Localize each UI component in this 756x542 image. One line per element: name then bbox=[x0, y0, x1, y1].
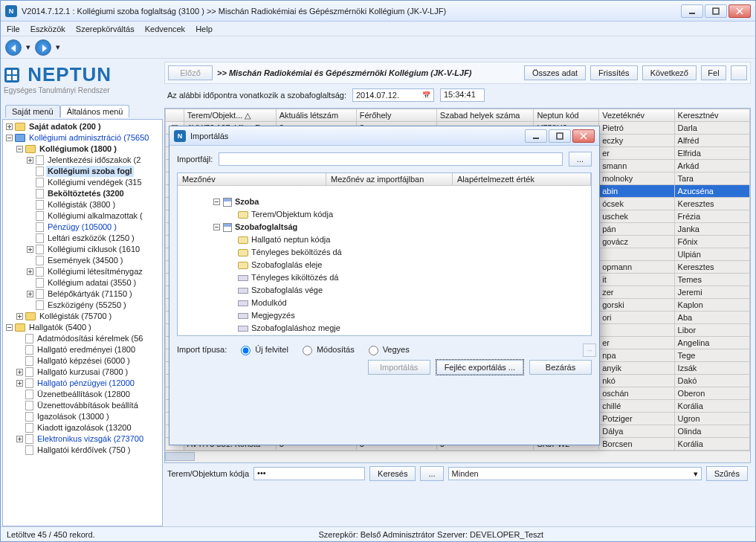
search-more-button[interactable]: ... bbox=[420, 466, 443, 481]
tree-item[interactable]: Hallgatók (5400 ) bbox=[4, 322, 161, 333]
tree-item[interactable]: Belépőkártyák (71150 ) bbox=[4, 288, 161, 300]
minimize-button[interactable] bbox=[681, 4, 703, 18]
tree-item[interactable]: Kollégiumi létesítménygaz bbox=[4, 266, 161, 277]
collapse-icon[interactable] bbox=[213, 199, 220, 205]
field-item[interactable]: Szobafoglaltság bbox=[210, 221, 588, 233]
horizontal-scrollbar[interactable] bbox=[165, 451, 750, 462]
tree-item[interactable]: Hallgatói kérdőívek (750 ) bbox=[4, 445, 161, 456]
import-button[interactable]: Importálás bbox=[368, 360, 430, 375]
nav-forward-dropdown[interactable]: ▾ bbox=[54, 39, 62, 56]
radio-modify[interactable]: Módosítás bbox=[299, 343, 355, 355]
collapse-icon[interactable] bbox=[6, 135, 13, 141]
tab-general-menu[interactable]: Általános menü bbox=[60, 105, 130, 117]
dialog-maximize-button[interactable] bbox=[549, 129, 571, 143]
dialog-minimize-button[interactable] bbox=[525, 129, 547, 143]
maximize-button[interactable] bbox=[705, 4, 727, 18]
tree-item[interactable]: Üzenettovábbítások beállítá bbox=[4, 400, 161, 411]
filter-button[interactable]: Szűrés bbox=[706, 466, 748, 481]
prev-button[interactable]: Előző bbox=[168, 65, 213, 80]
filter-combo[interactable]: Minden▾ bbox=[448, 467, 702, 480]
dialog-close-button[interactable] bbox=[572, 129, 595, 143]
tree-item[interactable]: Kollégium adatai (3550 ) bbox=[4, 277, 161, 288]
radio-mixed-input[interactable] bbox=[369, 346, 378, 355]
field-item[interactable]: Szobafoglalás vége bbox=[210, 284, 588, 297]
tree-item[interactable]: Kollégiumi ciklusok (1610 bbox=[4, 244, 161, 255]
tree-item[interactable]: Kollégiumi szoba fogl bbox=[4, 166, 161, 177]
next-button[interactable]: Következő bbox=[642, 65, 697, 80]
field-item[interactable]: Tényleges kiköltözés dá bbox=[210, 271, 588, 284]
search-button[interactable]: Keresés bbox=[369, 466, 416, 481]
expand-icon[interactable] bbox=[16, 436, 23, 442]
column-header[interactable]: Vezetéknév bbox=[599, 109, 674, 122]
tree-item[interactable]: Hallgató eredményei (1800 bbox=[4, 344, 161, 355]
field-item[interactable]: Modulkód bbox=[210, 297, 588, 309]
expand-icon[interactable] bbox=[27, 291, 33, 297]
dialog-close-text-button[interactable]: Bezárás bbox=[529, 360, 592, 375]
field-item[interactable]: Hallgató neptun kódja bbox=[210, 233, 588, 246]
expand-icon[interactable] bbox=[27, 246, 33, 253]
nav-tree[interactable]: Saját adatok (200 )Kollégiumi adminisztr… bbox=[2, 119, 163, 526]
field-item[interactable]: Szobafoglaláshoz megje bbox=[210, 322, 588, 333]
tree-item[interactable]: Hallgató pénzügyei (12000 bbox=[4, 378, 161, 389]
up-button[interactable]: Fel bbox=[701, 65, 726, 80]
tree-item[interactable]: Eszközigény (55250 ) bbox=[4, 300, 161, 311]
date-input[interactable]: 2014.07.12. 📅 bbox=[352, 88, 434, 102]
collapse-icon[interactable] bbox=[6, 324, 13, 331]
tree-item[interactable]: Adatmódosítási kérelmek (56 bbox=[4, 333, 161, 344]
tree-item[interactable]: Kollégisták (75700 ) bbox=[4, 311, 161, 322]
collapse-icon[interactable] bbox=[16, 146, 23, 152]
all-data-button[interactable]: Összes adat bbox=[524, 65, 586, 80]
expand-icon[interactable] bbox=[6, 123, 13, 130]
tree-item[interactable]: Kollégiumi vendégek (315 bbox=[4, 177, 161, 188]
side-arrow-button[interactable]: → bbox=[583, 343, 596, 357]
expand-icon[interactable] bbox=[16, 313, 23, 320]
tree-item[interactable]: Saját adatok (200 ) bbox=[4, 121, 161, 132]
radio-new-input[interactable] bbox=[241, 346, 251, 355]
expand-icon[interactable] bbox=[27, 157, 33, 164]
tree-item[interactable]: Kollégiumi alkalmazottak ( bbox=[4, 210, 161, 222]
importfile-input[interactable] bbox=[219, 152, 563, 166]
field-item[interactable]: Tényleges beköltözés dá bbox=[210, 246, 588, 259]
collapse-icon[interactable] bbox=[213, 224, 220, 230]
field-item[interactable]: Szoba bbox=[210, 196, 588, 208]
time-input[interactable]: 15:34:41 bbox=[440, 88, 485, 102]
column-header[interactable]: Keresztnév bbox=[674, 109, 749, 122]
menu-fav[interactable]: Kedvencek bbox=[145, 25, 185, 33]
tree-item[interactable]: Hallgató képzései (6000 ) bbox=[4, 355, 161, 367]
expand-icon[interactable] bbox=[16, 380, 23, 387]
tree-item[interactable]: Jelentkezési időszakok (2 bbox=[4, 155, 161, 166]
menu-tools[interactable]: Eszközök bbox=[30, 25, 65, 33]
tree-item[interactable]: Kollégiumi adminisztráció (75650 bbox=[4, 132, 161, 143]
column-header[interactable] bbox=[166, 109, 184, 122]
tree-item[interactable]: Pénzügy (105000 ) bbox=[4, 222, 161, 233]
header-export-button[interactable]: Fejléc exportálás ... bbox=[436, 360, 523, 375]
search-input[interactable]: ••• bbox=[253, 467, 365, 480]
column-header[interactable]: Terem/Objekt... △ bbox=[184, 109, 276, 122]
field-mapping-table[interactable]: Mezőnév Mezőnév az importfájlban Alapért… bbox=[177, 172, 592, 336]
tree-item[interactable]: Kollégisták (3800 ) bbox=[4, 199, 161, 210]
tab-own-menu[interactable]: Saját menü bbox=[5, 105, 60, 117]
tree-item[interactable]: Üzenetbeállítások (12800 bbox=[4, 389, 161, 400]
column-header[interactable]: Aktuális létszám bbox=[276, 109, 356, 122]
tree-item[interactable]: Beköltöztetés (3200 bbox=[4, 188, 161, 199]
radio-mixed[interactable]: Vegyes bbox=[365, 343, 410, 355]
tree-item[interactable]: Elektronikus vizsgák (273700 bbox=[4, 433, 161, 445]
pin-button[interactable] bbox=[731, 65, 747, 80]
close-button[interactable] bbox=[728, 4, 751, 18]
tree-item[interactable]: Kiadott igazolások (13200 bbox=[4, 422, 161, 433]
column-header[interactable]: Szabad helyek száma bbox=[436, 109, 534, 122]
refresh-button[interactable]: Frissítés bbox=[590, 65, 638, 80]
tree-item[interactable]: Hallgató kurzusai (7800 ) bbox=[4, 367, 161, 378]
tree-item[interactable]: Események (34500 ) bbox=[4, 255, 161, 266]
radio-modify-input[interactable] bbox=[303, 346, 312, 355]
column-header[interactable]: Neptun kód bbox=[534, 109, 599, 122]
column-header[interactable]: Férőhely bbox=[356, 109, 436, 122]
radio-new[interactable]: Új felvitel bbox=[237, 343, 288, 355]
expand-icon[interactable] bbox=[27, 268, 33, 275]
expand-icon[interactable] bbox=[16, 369, 23, 375]
nav-back-button[interactable] bbox=[5, 39, 22, 56]
tree-item[interactable]: Kollégiumok (1800 ) bbox=[4, 143, 161, 155]
field-item[interactable]: Szobafoglalás eleje bbox=[210, 259, 588, 271]
nav-back-dropdown[interactable]: ▾ bbox=[25, 39, 32, 56]
tree-item[interactable]: Igazolások (13000 ) bbox=[4, 411, 161, 422]
